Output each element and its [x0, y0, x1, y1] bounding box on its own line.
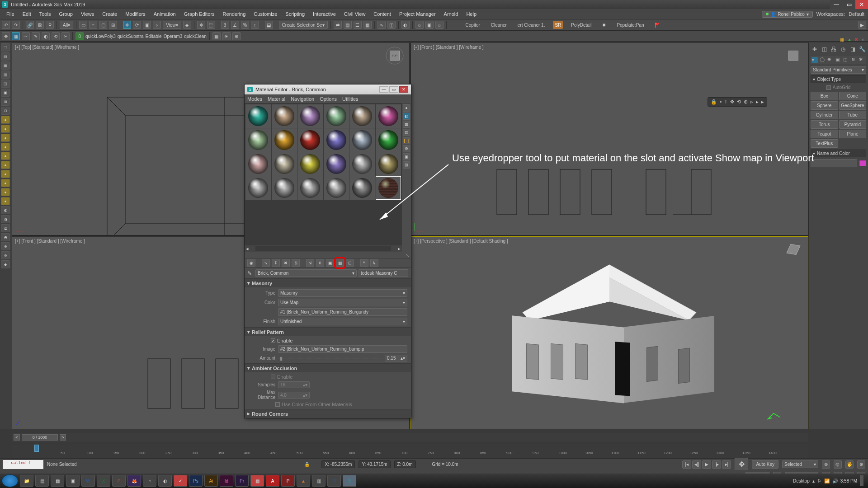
matid-icon[interactable]: 0	[316, 259, 324, 267]
prim-pyramid[interactable]: Pyramid	[839, 120, 867, 129]
material-swatch-11[interactable]	[376, 128, 401, 152]
grid-c-icon[interactable]: ⊕	[232, 32, 241, 40]
st-uv-icon[interactable]: ▤	[403, 129, 410, 136]
redo-icon[interactable]: ↷	[12, 21, 20, 29]
spinnersnap-icon[interactable]: ↕	[251, 21, 259, 29]
rollout-namecolor[interactable]: ▾Name and Color	[811, 150, 866, 157]
rect-region-icon[interactable]: ▢	[99, 21, 107, 29]
ao-usecolor-check[interactable]	[275, 402, 280, 407]
ao-enable-check[interactable]	[271, 375, 275, 379]
ls-18[interactable]: ●	[1, 197, 10, 205]
rotate-icon[interactable]: ⟳	[133, 21, 141, 29]
render-ip-icon[interactable]: ▶	[858, 21, 866, 29]
manip-icon[interactable]: ✥	[197, 21, 205, 29]
time-range[interactable]: 0 / 1000	[22, 434, 58, 441]
nav-b-icon[interactable]: ◎	[834, 460, 842, 469]
material-editor-window[interactable]: 3 Material Editor - Brick, Common —▭✕ Mo…	[244, 84, 411, 418]
material-swatch-2[interactable]	[297, 104, 323, 128]
cat-helpers-icon[interactable]: ◫	[843, 57, 849, 63]
prim-textplus[interactable]: TextPlus	[811, 139, 838, 148]
rollout-ao[interactable]: ▾Ambient Occlusion	[245, 364, 411, 372]
tb-app5[interactable]: ▦	[250, 475, 264, 487]
material-swatch-18[interactable]	[245, 176, 271, 200]
make-copy-icon[interactable]: ⎘	[292, 259, 300, 267]
bind-icon[interactable]: ⚲	[46, 21, 54, 29]
prim-box[interactable]: Box	[811, 92, 838, 100]
tb-app1[interactable]: ▤	[35, 475, 49, 487]
autokey-button[interactable]: Auto Key	[752, 460, 778, 469]
align-icon[interactable]: ▤	[344, 21, 352, 29]
masonry-finish[interactable]: Unfinished▾	[278, 318, 407, 325]
menu-grapheditors[interactable]: Graph Editors	[180, 10, 218, 18]
selection-filter[interactable]: All ▾	[60, 21, 73, 29]
coord-x[interactable]: X: -85.2355m	[321, 460, 355, 468]
ls-6[interactable]: ▣	[1, 89, 10, 97]
prim-teapot[interactable]: Teapot	[811, 130, 838, 138]
anglesnap-icon[interactable]: ∠	[231, 21, 239, 29]
cat-space-icon[interactable]: ≋	[851, 57, 858, 63]
curve-icon[interactable]: ∿	[377, 21, 386, 29]
prim-geosphere[interactable]: GeoSphere	[839, 101, 867, 110]
sub-lasso-icon[interactable]: 〰	[22, 32, 30, 40]
material-swatch-16[interactable]	[349, 152, 375, 176]
object-color-swatch[interactable]	[859, 160, 866, 166]
viewport-front-1[interactable]: [+] [Front ] [Standard ] [Wireframe ] 🔒•…	[410, 42, 808, 235]
tb-ps[interactable]: Ps	[189, 475, 203, 487]
undo-icon[interactable]: ↶	[2, 21, 10, 29]
cat-shapes-icon[interactable]: ◯	[820, 57, 826, 63]
time-next[interactable]: >	[60, 434, 66, 441]
ao-maxdist[interactable]: 4.0▴▾	[278, 392, 310, 399]
autogrid-check[interactable]	[826, 85, 831, 90]
tb-3dsmax[interactable]: 3	[343, 475, 356, 487]
coord-z[interactable]: Z: 0.0m	[394, 460, 416, 468]
material-swatch-7[interactable]	[272, 128, 297, 152]
window-close[interactable]: ✕	[855, 0, 868, 9]
menu-civilview[interactable]: Civil View	[340, 10, 369, 18]
renderframe-icon[interactable]: ▣	[425, 21, 434, 29]
masonry-type[interactable]: Masonry▾	[278, 289, 407, 297]
menu-modifiers[interactable]: Modifiers	[122, 10, 149, 18]
material-name-input[interactable]: Brick, Common▾	[255, 269, 357, 277]
material-type-button[interactable]: todesk Masonry C	[359, 269, 408, 277]
ls-7[interactable]: ⊞	[1, 98, 10, 106]
menu-views[interactable]: Views	[77, 10, 98, 18]
show-end2-icon[interactable]: ⊡	[346, 259, 354, 267]
tab-display-icon[interactable]: ◨	[849, 46, 856, 52]
material-swatch-4[interactable]	[349, 104, 375, 128]
swatch-resize-icon[interactable]: ⤡	[406, 253, 409, 258]
vp-label-front2[interactable]: [+] [Front ] [Standard ] [Wireframe ]	[15, 239, 85, 244]
mm-options[interactable]: Options	[320, 96, 337, 102]
tb-todoist[interactable]: ✓	[174, 475, 187, 487]
material-swatch-22[interactable]	[349, 176, 375, 200]
lock-icon[interactable]: 🔒	[711, 99, 717, 105]
tray-net-icon[interactable]: 📶	[824, 479, 830, 483]
put-scene-icon[interactable]: ↘	[262, 259, 270, 267]
tb-word[interactable]: W	[81, 475, 95, 487]
st-bg-icon[interactable]: ▦	[403, 121, 410, 128]
lock-sel-icon[interactable]: 🔒	[304, 462, 310, 467]
show-map-viewport-icon[interactable]: ▦	[336, 259, 344, 267]
prim-sphere[interactable]: Sphere	[811, 101, 838, 110]
far-4[interactable]: ⎌	[862, 37, 867, 42]
ls-13[interactable]: ●	[1, 152, 10, 160]
menu-help[interactable]: Help	[462, 10, 480, 18]
menu-customize[interactable]: Customize	[250, 10, 281, 18]
ls-16[interactable]: ●	[1, 179, 10, 187]
rollout-objecttype[interactable]: ▾Object Type	[811, 75, 866, 83]
tb-ppt[interactable]: P	[112, 475, 126, 487]
material-swatch-3[interactable]	[324, 104, 349, 128]
tb-excel[interactable]: X	[97, 475, 110, 487]
nav-d-icon[interactable]: ⊕	[857, 460, 865, 469]
ref-coord[interactable]: View ▾	[163, 21, 181, 29]
st-sample-icon[interactable]: ●	[403, 104, 410, 112]
viewcube-persp[interactable]	[784, 240, 802, 258]
tb-chrome[interactable]: ◐	[158, 475, 172, 487]
menu-interactive[interactable]: Interactive	[309, 10, 340, 18]
vp-label-top[interactable]: [+] [Top] [Standard] [Wireframe ]	[15, 45, 79, 50]
viewcube-front1[interactable]	[784, 47, 802, 65]
material-swatch-19[interactable]	[272, 176, 297, 200]
put-lib-icon[interactable]: ⇲	[306, 259, 314, 267]
plugin-copitor[interactable]: Copitor	[463, 21, 483, 29]
ls-9[interactable]: ●	[1, 116, 10, 124]
cat-lights-icon[interactable]: ✺	[827, 57, 834, 63]
